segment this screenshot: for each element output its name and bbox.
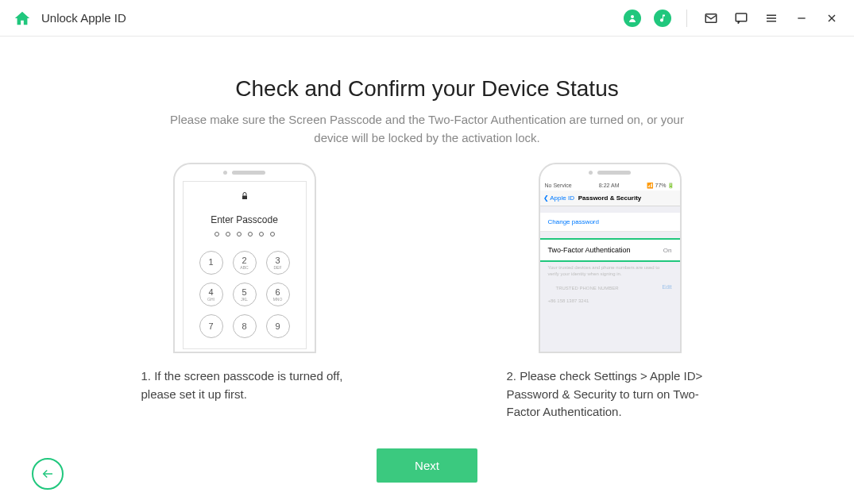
next-button[interactable]: Next [377,448,477,483]
edit-link: Edit [662,284,671,292]
tfa-description: Your trusted devices and phone numbers a… [540,262,680,281]
svg-point-0 [631,15,634,18]
step-1-text: 1. If the screen passcode is turned off,… [141,367,348,403]
page-subtitle: Please make sure the Screen Passcode and… [157,111,697,147]
home-icon[interactable] [13,9,32,28]
menu-icon[interactable] [762,9,781,28]
nav-back: ❮ Apple ID [543,194,574,202]
page-title: Check and Confirm your Device Status [48,76,806,102]
divider [686,10,687,27]
two-factor-row: Two-Factor Authentication On [539,238,682,262]
svg-rect-9 [242,196,247,200]
lock-icon [190,191,299,203]
app-title: Unlock Apple ID [41,11,126,25]
step-2-text: 2. Please check Settings > Apple ID> Pas… [507,367,713,421]
back-button[interactable] [32,458,64,490]
phone-settings-mockup: No Service 8:22 AM 📶 77% 🔋 ❮ Apple ID Pa… [539,163,682,353]
trusted-phone: +86 158 1387 3241 [540,295,680,308]
minimize-button[interactable] [792,9,811,28]
close-button[interactable] [822,9,841,28]
change-password-row: Change password [540,213,680,232]
nav-title: Password & Security [578,194,642,202]
account-icon[interactable] [623,9,642,28]
svg-rect-2 [736,13,747,21]
feedback-icon[interactable] [732,9,751,28]
music-icon[interactable] [653,9,672,28]
phone-passcode-mockup: Enter Passcode 1 2ABC 3DEF 4GHI 5JKL [173,163,316,353]
trusted-header: TRUSTED PHONE NUMBER [548,284,627,292]
status-service: No Service [545,183,572,189]
passcode-dots [190,232,299,237]
status-time: 8:22 AM [599,183,620,189]
status-battery: 📶 77% 🔋 [647,183,675,189]
keypad: 1 2ABC 3DEF 4GHI 5JKL 6MNO 7 8 9 [190,251,299,338]
passcode-label: Enter Passcode [190,214,299,225]
mail-icon[interactable] [701,9,721,28]
